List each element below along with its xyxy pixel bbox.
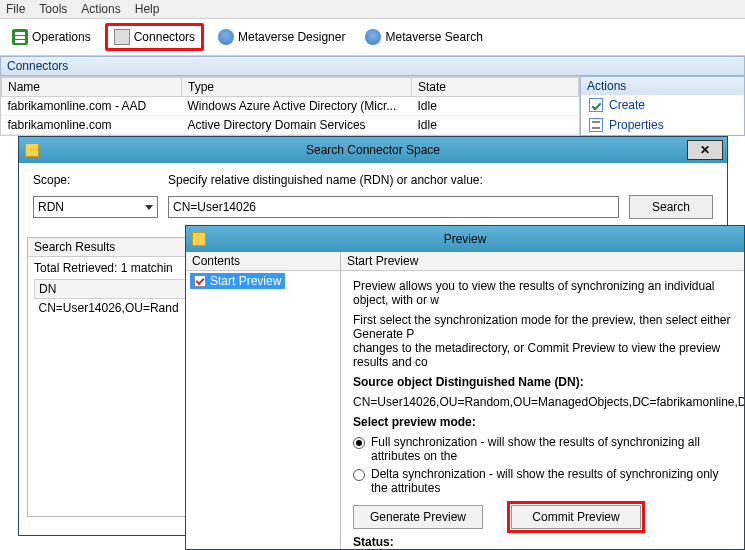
col-state[interactable]: State (412, 78, 579, 97)
close-button[interactable]: ✕ (687, 140, 723, 160)
table-row[interactable]: fabrikamonline.com - AAD Windows Azure A… (2, 97, 579, 116)
radio-icon (353, 437, 365, 449)
scope-label: Scope: (33, 173, 158, 187)
metaverse-search-icon (365, 29, 381, 45)
metaverse-search-button[interactable]: Metaverse Search (359, 23, 488, 51)
metaverse-designer-label: Metaverse Designer (238, 30, 345, 44)
preview-title: Preview (444, 232, 487, 246)
dn-label: Source object Distinguished Name (DN): (353, 375, 584, 389)
start-preview-header: Start Preview (341, 252, 744, 271)
menu-file[interactable]: File (6, 2, 25, 16)
radio-delta-sync[interactable]: Delta synchronization - will show the re… (353, 467, 732, 495)
connectors-icon (114, 29, 130, 45)
actions-panel: Actions Create Properties (580, 76, 745, 136)
mode-label: Select preview mode: (353, 415, 476, 429)
preview-blurb: First select the synchronization mode fo… (353, 313, 732, 369)
col-name[interactable]: Name (2, 78, 182, 97)
tree-start-preview[interactable]: Start Preview (190, 273, 285, 289)
menu-tools[interactable]: Tools (39, 2, 67, 16)
menu-bar: File Tools Actions Help (0, 0, 745, 19)
check-icon (194, 275, 206, 287)
metaverse-designer-button[interactable]: Metaverse Designer (212, 23, 351, 51)
radio-icon (353, 469, 365, 481)
rdn-input[interactable]: CN=User14026 (168, 196, 619, 218)
actions-title: Actions (581, 77, 744, 95)
menu-actions[interactable]: Actions (81, 2, 120, 16)
window-icon (192, 232, 206, 246)
dn-value: CN=User14026,OU=Random,OU=ManagedObjects… (353, 395, 732, 409)
connectors-button[interactable]: Connectors (105, 23, 204, 51)
contents-tree: Contents Start Preview (186, 252, 341, 549)
contents-header: Contents (186, 252, 340, 271)
main-split: Name Type State fabrikamonline.com - AAD… (0, 76, 745, 136)
operations-label: Operations (32, 30, 91, 44)
operations-button[interactable]: Operations (6, 23, 97, 51)
action-properties[interactable]: Properties (581, 115, 744, 135)
scs-title: Search Connector Space (306, 143, 440, 157)
metaverse-designer-icon (218, 29, 234, 45)
window-icon (25, 143, 39, 157)
search-button[interactable]: Search (629, 195, 713, 219)
preview-titlebar[interactable]: Preview (186, 226, 744, 252)
connectors-panel-title: Connectors (0, 56, 745, 76)
scope-select[interactable]: RDN (33, 196, 158, 218)
table-row[interactable]: fabrikamonline.com Active Directory Doma… (2, 116, 579, 135)
properties-icon (589, 118, 603, 132)
connectors-label: Connectors (134, 30, 195, 44)
generate-preview-button[interactable]: Generate Preview (353, 505, 483, 529)
preview-window: Preview Contents Start Preview Start Pre… (185, 225, 745, 550)
preview-pane: Start Preview Preview allows you to view… (341, 252, 744, 549)
metaverse-search-label: Metaverse Search (385, 30, 482, 44)
menu-help[interactable]: Help (135, 2, 160, 16)
col-type[interactable]: Type (182, 78, 412, 97)
commit-preview-button[interactable]: Commit Preview (511, 505, 641, 529)
preview-blurb: Preview allows you to view the results o… (353, 279, 732, 307)
toolbar: Operations Connectors Metaverse Designer… (0, 19, 745, 56)
operations-icon (12, 29, 28, 45)
scope-instruction: Specify relative distinguished name (RDN… (168, 173, 483, 187)
chevron-down-icon (145, 205, 153, 210)
create-icon (589, 98, 603, 112)
status-label: Status: (353, 535, 394, 549)
scs-titlebar[interactable]: Search Connector Space ✕ (19, 137, 727, 163)
radio-full-sync[interactable]: Full synchronization - will show the res… (353, 435, 732, 463)
connectors-grid[interactable]: Name Type State fabrikamonline.com - AAD… (0, 76, 580, 136)
action-create[interactable]: Create (581, 95, 744, 115)
